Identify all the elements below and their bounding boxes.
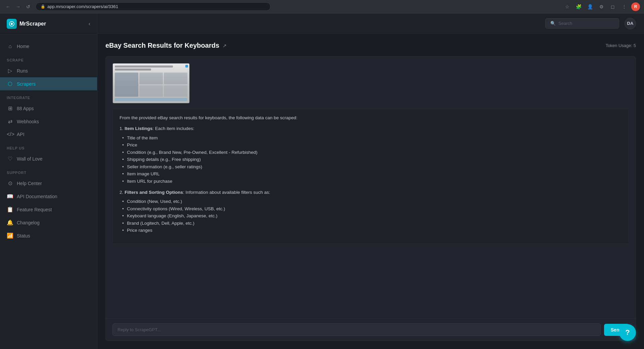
heart-icon: ♡: [7, 156, 13, 162]
token-usage-value: 5: [634, 43, 636, 48]
sidebar-item-label-changelog: Changelog: [17, 220, 40, 225]
back-button[interactable]: ←: [4, 3, 12, 11]
sidebar-item-api[interactable]: </> API: [0, 128, 97, 141]
result-text-area: From the provided eBay search results fo…: [112, 109, 629, 244]
extensions-icon[interactable]: 🧩: [574, 2, 583, 11]
support-section-label: Support: [0, 165, 97, 177]
user-avatar[interactable]: DA: [625, 18, 636, 29]
sc-bar-2: [115, 69, 151, 71]
logo-text: MrScraper: [19, 21, 46, 27]
sidebar-header: MrScraper ‹: [0, 13, 97, 35]
lock-icon: 🔒: [41, 4, 45, 9]
browser-nav: ← → ↺: [4, 3, 32, 11]
page-title: eBay Search Results for Keyboards: [105, 42, 219, 49]
page-header: eBay Search Results for Keyboards ↗ Toke…: [105, 42, 636, 49]
sidebar-item-webhooks[interactable]: ⇄ Webhooks: [0, 115, 97, 128]
scrapers-icon: ⬡: [7, 81, 13, 87]
api-icon: </>: [7, 131, 13, 137]
url-bar[interactable]: 🔒 app.mrscraper.com/scrapers/ai/3361: [36, 2, 271, 11]
help-section-label: Help Us: [0, 141, 97, 152]
content-card: From the provided eBay search results fo…: [105, 56, 636, 341]
sc-bottom: [115, 98, 187, 101]
sidebar-collapse-button[interactable]: ‹: [89, 21, 90, 27]
search-placeholder: Search: [558, 21, 572, 26]
reply-area: Send: [106, 318, 636, 341]
webhooks-icon: ⇄: [7, 118, 13, 125]
apps-icon: ⊞: [7, 105, 13, 112]
sidebar-item-label-api: API: [17, 132, 25, 137]
grid-icon[interactable]: ⋮: [620, 2, 629, 11]
main-content: 🔍 Search DA eBay Search Results for Keyb…: [97, 13, 644, 349]
sidebar-item-label-home: Home: [17, 44, 29, 49]
logo-icon: [7, 19, 17, 29]
sidebar-item-label-api-docs: API Documentation: [17, 194, 57, 199]
section-1-number: 1.: [120, 126, 125, 131]
feature-request-icon: 📋: [7, 206, 13, 213]
forward-button[interactable]: →: [14, 3, 22, 11]
browser-user-avatar[interactable]: R: [631, 2, 640, 11]
sidebar-item-label-runs: Runs: [17, 68, 28, 74]
sidebar-item-label-scrapers: Scrapers: [17, 81, 36, 87]
list-item: Condition (e.g., Brand New, Pre-Owned, E…: [122, 149, 622, 156]
settings-icon[interactable]: ⚙: [597, 2, 606, 11]
help-fab-button[interactable]: ?: [619, 324, 636, 341]
token-usage: Token Usage: 5: [606, 43, 636, 48]
list-item: Item image URL: [122, 170, 622, 178]
sidebar-item-label-status: Status: [17, 233, 30, 238]
sidebar-item-status[interactable]: 📶 Status: [0, 229, 97, 242]
section-1-heading: Item Listings: [125, 126, 152, 131]
section-1-list: Title of the item Price Condition (e.g.,…: [122, 134, 622, 185]
changelog-icon: 🔔: [7, 219, 13, 226]
api-docs-icon: 📖: [7, 193, 13, 200]
section-2-number: 2.: [120, 190, 125, 195]
profile-icon[interactable]: 👤: [586, 2, 594, 11]
logo-area[interactable]: MrScraper: [7, 19, 46, 29]
sidebar-item-home[interactable]: ⌂ Home: [0, 40, 97, 53]
sidebar-item-label-wall: Wall of Love: [17, 156, 43, 162]
screenshot-thumbnail: [112, 63, 190, 103]
sidebar-item-wall-of-love[interactable]: ♡ Wall of Love: [0, 152, 97, 165]
help-center-icon: ⊙: [7, 180, 13, 186]
home-icon: ⌂: [7, 43, 13, 49]
list-item: Price ranges: [122, 227, 622, 234]
list-item: Price: [122, 141, 622, 149]
search-icon: 🔍: [550, 21, 556, 26]
top-bar: 🔍 Search DA: [97, 13, 644, 34]
browser-icons-group: ☆ 🧩 👤 ⚙ ◻ ⋮ R: [563, 2, 640, 11]
section-1-subtitle: : Each item includes:: [152, 126, 194, 131]
sidebar-item-feature-request[interactable]: 📋 Feature Request: [0, 203, 97, 216]
sidebar-item-label-help-center: Help Center: [17, 181, 42, 186]
sidebar: MrScraper ‹ ⌂ Home Scrape ▷ Runs ⬡ Scrap…: [0, 13, 97, 349]
app-layout: MrScraper ‹ ⌂ Home Scrape ▷ Runs ⬡ Scrap…: [0, 13, 644, 349]
token-usage-label: Token Usage:: [606, 43, 633, 48]
section-2-subtitle: : Information about available filters su…: [183, 190, 270, 195]
sc-bar-1: [115, 66, 173, 68]
list-item: Condition (New, Used, etc.): [122, 198, 622, 205]
list-item: Title of the item: [122, 134, 622, 142]
refresh-button[interactable]: ↺: [24, 3, 32, 11]
browser-chrome: ← → ↺ 🔒 app.mrscraper.com/scrapers/ai/33…: [0, 0, 644, 13]
sidebar-item-scrapers[interactable]: ⬡ Scrapers: [0, 77, 97, 90]
list-item: Shipping details (e.g., Free shipping): [122, 156, 622, 163]
list-item: Keyboard language (English, Japanese, et…: [122, 212, 622, 220]
star-icon[interactable]: ☆: [563, 2, 571, 11]
search-box[interactable]: 🔍 Search: [545, 18, 619, 29]
content-card-container: From the provided eBay search results fo…: [105, 56, 636, 341]
sidebar-item-changelog[interactable]: 🔔 Changelog: [0, 216, 97, 229]
list-item: Connectivity options (Wired, Wireless, U…: [122, 205, 622, 213]
page-title-area: eBay Search Results for Keyboards ↗: [105, 42, 227, 49]
sidebar-item-help-center[interactable]: ⊙ Help Center: [0, 177, 97, 190]
sidebar-item-label-feature: Feature Request: [17, 207, 52, 212]
sidebar-item-api-docs[interactable]: 📖 API Documentation: [0, 190, 97, 203]
reply-input[interactable]: [112, 323, 601, 336]
sidebar-nav: ⌂ Home Scrape ▷ Runs ⬡ Scrapers Integrat…: [0, 35, 97, 342]
external-link-icon[interactable]: ↗: [223, 43, 227, 48]
card-scroll-area[interactable]: From the provided eBay search results fo…: [106, 56, 636, 318]
list-item: Item URL for purchase: [122, 178, 622, 185]
scrape-section-label: Scrape: [0, 53, 97, 64]
puzzle-icon[interactable]: ◻: [608, 2, 617, 11]
sidebar-item-apps[interactable]: ⊞ 88 Apps: [0, 102, 97, 115]
section-2-list: Condition (New, Used, etc.) Connectivity…: [122, 198, 622, 234]
sidebar-item-runs[interactable]: ▷ Runs: [0, 64, 97, 77]
section-1-title: 1. Item Listings: Each item includes:: [120, 125, 622, 132]
